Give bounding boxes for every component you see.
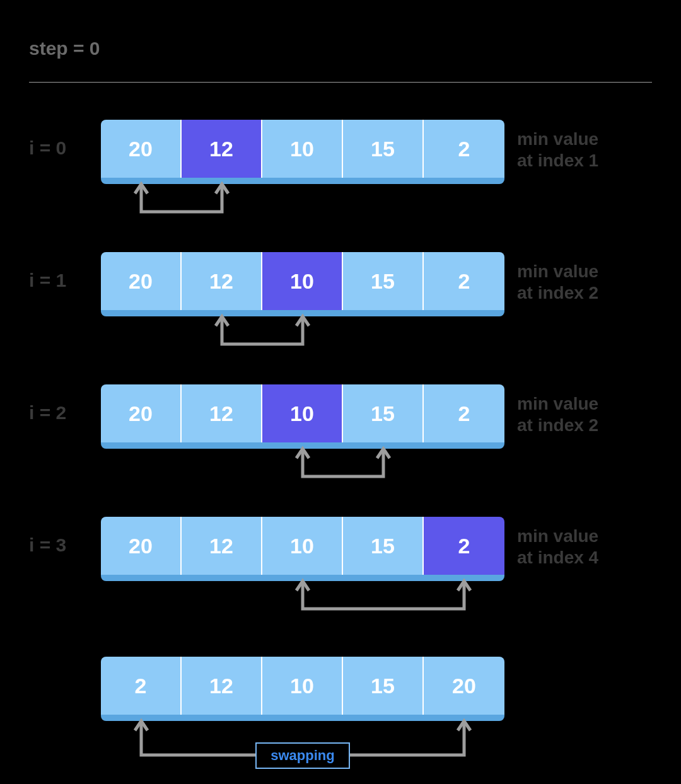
comparison-connector <box>0 384 681 489</box>
array-row: i = 2201210152min valueat index 2 <box>0 384 681 442</box>
comparison-connector <box>0 517 681 621</box>
comparison-connector <box>0 120 681 224</box>
array-row: 212101520 swapping <box>0 657 681 715</box>
comparison-connector <box>0 252 681 357</box>
array-row: i = 3201210152min valueat index 4 <box>0 517 681 575</box>
array-row: i = 1201210152min valueat index 2 <box>0 252 681 310</box>
divider <box>29 82 652 83</box>
array-row: i = 0201210152min valueat index 1 <box>0 120 681 178</box>
step-label: step = 0 <box>29 38 100 59</box>
swapping-label: swapping <box>255 742 350 769</box>
